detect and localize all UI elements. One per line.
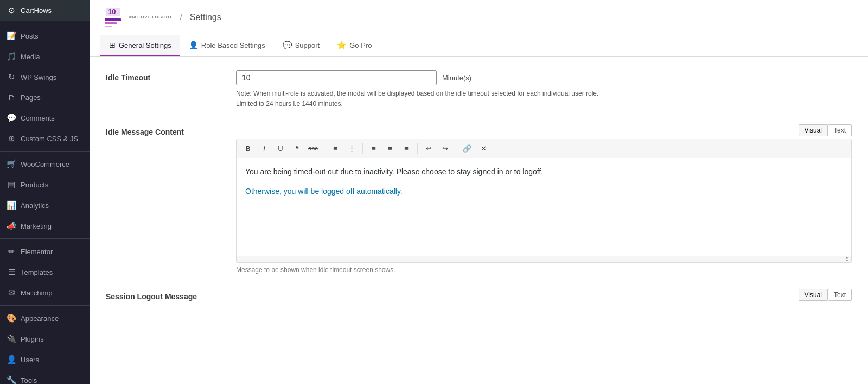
sidebar-divider-3 (0, 238, 90, 239)
session-text-tab-button[interactable]: Text (828, 289, 852, 301)
wp-swings-icon: ↻ (7, 72, 16, 82)
sidebar-item-carthows[interactable]: ⊙ CartHows (0, 0, 90, 21)
editor-resize-handle[interactable]: ⠿ (237, 256, 851, 262)
sidebar-item-posts[interactable]: 📝 Posts (0, 26, 90, 46)
idle-timeout-input[interactable] (236, 70, 437, 85)
session-visual-tab-button[interactable]: Visual (799, 289, 828, 301)
support-icon: 💬 (283, 41, 292, 49)
toolbar-ol[interactable]: ⋮ (344, 142, 359, 155)
editor-body[interactable]: You are being timed-out out due to inact… (237, 158, 851, 256)
header-separator: / (180, 12, 182, 22)
session-logout-label: Session Logout Message (106, 289, 225, 301)
tab-general-settings[interactable]: ⊞ General Settings (100, 35, 180, 56)
editor-link[interactable]: Otherwise, you will be logged off automa… (245, 187, 403, 196)
toolbar-sep-3 (417, 143, 418, 154)
comments-icon: 💬 (7, 113, 16, 123)
session-logout-field: Visual Text (236, 289, 852, 303)
svg-rect-2 (105, 18, 121, 21)
sidebar-item-pages[interactable]: 🗋 Pages (0, 87, 90, 108)
idle-message-row: Idle Message Content Visual Text B I U ❝… (106, 124, 852, 274)
sidebar: ⊙ CartHows 📝 Posts 🎵 Media ↻ WP Swings 🗋… (0, 0, 90, 384)
elementor-icon: ✏ (7, 247, 16, 256)
idle-timeout-note: Note: When multi-role is activated, the … (236, 89, 852, 109)
session-logout-row: Session Logout Message Visual Text (106, 289, 852, 303)
toolbar-italic[interactable]: I (257, 142, 271, 155)
toolbar-sep-1 (324, 143, 324, 154)
toolbar-bold[interactable]: B (241, 142, 255, 155)
idle-timeout-field: Minute(s) Note: When multi-role is activ… (236, 70, 852, 109)
page-header: 10 INACTIVE LOGOUT / Settings (90, 0, 868, 35)
sidebar-item-elementor[interactable]: ✏ Elementor (0, 241, 90, 262)
toolbar-sep-4 (456, 143, 456, 154)
plugins-icon: 🔌 (7, 334, 16, 344)
logo-svg: 10 (100, 7, 125, 28)
toolbar-align-center[interactable]: ≡ (383, 142, 397, 155)
sidebar-divider-2 (0, 151, 90, 152)
visual-tab-button[interactable]: Visual (799, 124, 828, 136)
tab-support[interactable]: 💬 Support (274, 35, 329, 56)
toolbar-redo[interactable]: ↪ (438, 142, 452, 155)
sidebar-divider-4 (0, 305, 90, 306)
tools-icon: 🔧 (7, 375, 16, 384)
sidebar-item-marketing[interactable]: 📣 Marketing (0, 216, 90, 236)
tab-go-pro[interactable]: ⭐ Go Pro (328, 35, 380, 56)
idle-timeout-inline: Minute(s) (236, 70, 852, 85)
role-based-settings-icon: 👤 (189, 41, 198, 49)
sidebar-item-plugins[interactable]: 🔌 Plugins (0, 329, 90, 349)
svg-rect-3 (105, 22, 117, 24)
sidebar-item-products[interactable]: ▤ Products (0, 174, 90, 195)
toolbar-align-left[interactable]: ≡ (367, 142, 381, 155)
idle-message-hint: Message to be shown when idle timeout sc… (236, 266, 852, 274)
media-icon: 🎵 (7, 52, 16, 61)
marketing-icon: 📣 (7, 221, 16, 231)
carthows-icon: ⊙ (7, 5, 16, 15)
sidebar-item-tools[interactable]: 🔧 Tools (0, 370, 90, 384)
posts-icon: 📝 (7, 31, 16, 41)
sidebar-item-mailchimp[interactable]: ✉ Mailchimp (0, 282, 90, 303)
settings-content: Idle Timeout Minute(s) Note: When multi-… (90, 57, 868, 384)
tabs-bar: ⊞ General Settings 👤 Role Based Settings… (90, 35, 868, 57)
toolbar-underline[interactable]: U (273, 142, 288, 155)
toolbar-undo[interactable]: ↩ (422, 142, 436, 155)
sidebar-item-wp-swings[interactable]: ↻ WP Swings (0, 67, 90, 87)
toolbar-align-right[interactable]: ≡ (399, 142, 413, 155)
toolbar-link[interactable]: 🔗 (460, 142, 474, 155)
idle-timeout-label: Idle Timeout (106, 70, 225, 82)
plugin-logo: 10 INACTIVE LOGOUT (100, 7, 172, 28)
sidebar-item-templates[interactable]: ☰ Templates (0, 262, 90, 282)
text-tab-button[interactable]: Text (828, 124, 852, 136)
sidebar-item-analytics[interactable]: 📊 Analytics (0, 195, 90, 216)
tab-role-based-settings[interactable]: 👤 Role Based Settings (180, 35, 274, 56)
idle-message-label: Idle Message Content (106, 124, 225, 136)
editor-toolbar: B I U ❝ abc ≡ ⋮ ≡ ≡ ≡ ↩ ↪ (237, 139, 851, 158)
custom-css-js-icon: ⊕ (7, 134, 16, 143)
go-pro-icon: ⭐ (337, 41, 346, 49)
editor-line-1: You are being timed-out out due to inact… (245, 166, 843, 179)
products-icon: ▤ (7, 180, 16, 190)
idle-message-field: Visual Text B I U ❝ abc ≡ ⋮ (236, 124, 852, 274)
svg-rect-4 (105, 26, 112, 27)
idle-timeout-row: Idle Timeout Minute(s) Note: When multi-… (106, 70, 852, 109)
sidebar-divider-1 (0, 23, 90, 23)
toolbar-ul[interactable]: ≡ (328, 142, 342, 155)
sidebar-item-media[interactable]: 🎵 Media (0, 46, 90, 67)
sidebar-item-woocommerce[interactable]: 🛒 WooCommerce (0, 154, 90, 174)
idle-message-editor: B I U ❝ abc ≡ ⋮ ≡ ≡ ≡ ↩ ↪ (236, 139, 852, 263)
sidebar-item-comments[interactable]: 💬 Comments (0, 108, 90, 128)
toolbar-blockquote[interactable]: ❝ (290, 142, 304, 155)
pages-icon: 🗋 (7, 93, 16, 102)
sidebar-item-users[interactable]: 👤 Users (0, 349, 90, 370)
toolbar-sep-2 (362, 143, 363, 154)
svg-text:10: 10 (108, 8, 116, 16)
main-area: 10 INACTIVE LOGOUT / Settings ⊞ General … (90, 0, 868, 384)
analytics-icon: 📊 (7, 200, 16, 210)
sidebar-item-custom-css-js[interactable]: ⊕ Custom CSS & JS (0, 128, 90, 149)
toolbar-fullscreen[interactable]: ✕ (476, 142, 490, 155)
editor-line-2: Otherwise, you will be logged off automa… (245, 185, 843, 198)
editor-toggle-bar: Visual Text (236, 124, 852, 136)
session-editor-toggle-bar: Visual Text (236, 289, 852, 301)
toolbar-strikethrough[interactable]: abc (306, 142, 320, 155)
general-settings-icon: ⊞ (109, 41, 116, 49)
users-icon: 👤 (7, 355, 16, 364)
sidebar-item-appearance[interactable]: 🎨 Appearance (0, 308, 90, 329)
